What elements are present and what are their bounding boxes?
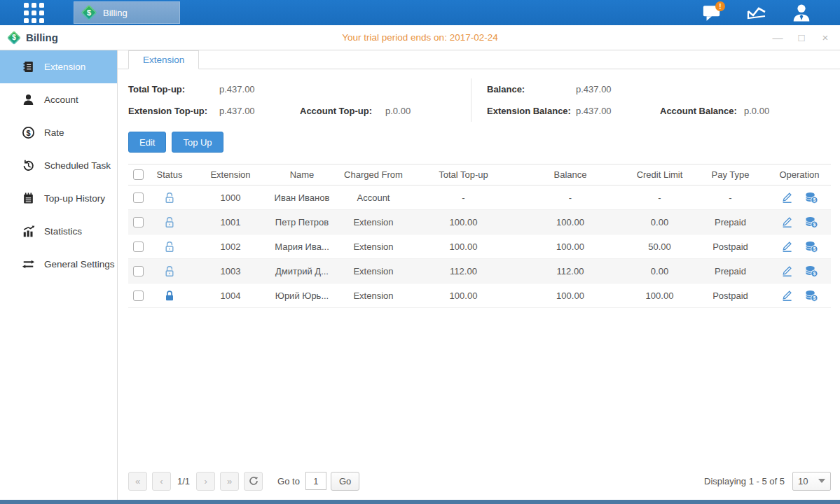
notification-badge: ! [715,1,725,11]
row-edit-icon[interactable] [780,289,794,302]
lock-open-icon [164,241,175,253]
notifications-icon[interactable]: ! [701,3,722,22]
edit-button[interactable]: Edit [128,132,166,153]
svg-text:$: $ [813,295,815,301]
table-row: 1003 Дмитрий Д... Extension 112.00 112.0… [128,259,831,284]
sidebar-item-label: Top-up History [44,193,105,204]
row-name: Иван Иванов [270,192,334,203]
table-row: 1001 Петр Петров Extension 100.00 100.00… [128,210,831,234]
extension-balance-value: p.437.00 [576,106,660,116]
page-size-select[interactable]: 10 [792,472,831,491]
displaying-text: Displaying 1 - 5 of 5 [704,476,785,486]
next-page-button[interactable]: › [196,472,215,491]
row-topup-icon[interactable]: $ [804,290,818,302]
row-checkbox[interactable] [133,192,144,203]
svg-text:$: $ [813,271,815,276]
goto-page-input[interactable] [305,472,326,490]
user-account-icon[interactable] [791,3,812,22]
stats-panel: Total Top-up: p.437.00 Extension Top-up:… [118,69,840,125]
tab-extension[interactable]: Extension [128,50,199,69]
sidebar-item-label: Scheduled Task [44,160,111,171]
last-page-button[interactable]: » [220,472,239,491]
minimize-button[interactable]: — [771,31,784,43]
topup-history-icon [22,192,35,205]
billing-app-icon: $ [81,5,97,20]
row-checkbox[interactable] [133,217,144,227]
row-credit-limit: 50.00 [626,241,693,252]
sidebar-item-extension[interactable]: Extension [0,50,117,83]
account-topup-value: p.0.00 [385,106,411,116]
row-total-topup: 112.00 [413,266,514,276]
toolbar: Edit Top Up [118,125,840,161]
balance-label: Balance: [487,84,576,94]
sidebar-item-statistics[interactable]: Statistics [0,215,117,248]
col-pay-type: Pay Type [693,169,768,180]
row-charged-from: Extension [334,290,413,301]
row-edit-icon[interactable] [780,191,794,204]
sidebar-item-label: Statistics [44,226,82,237]
row-extension: 1002 [191,241,270,252]
row-topup-icon[interactable]: $ [804,265,818,277]
goto-label: Go to [277,476,300,486]
sidebar-item-label: General Settings [44,259,115,270]
reports-icon[interactable] [746,3,767,22]
table-header: Status Extension Name Charged From Total… [128,164,831,186]
sidebar-item-account[interactable]: Account [0,83,117,116]
row-balance: 112.00 [514,266,626,276]
row-topup-icon[interactable]: $ [804,216,818,228]
close-button[interactable]: × [819,31,832,43]
page-size-value: 10 [798,476,808,486]
row-checkbox[interactable] [133,241,144,252]
go-button[interactable]: Go [331,472,359,491]
row-pay-type: Prepaid [693,266,768,276]
tab-bar: Extension [118,50,840,69]
extension-balance-label: Extension Balance: [487,106,576,116]
sidebar-item-label: Extension [44,62,85,72]
row-topup-icon[interactable]: $ [804,241,818,253]
topup-button[interactable]: Top Up [172,132,223,153]
col-extension: Extension [191,169,270,180]
table-row: 1000 Иван Иванов Account - - - - [128,186,831,210]
trial-notice: Your trial period ends on: 2017-02-24 [0,32,840,43]
sidebar-item-rate[interactable]: $ Rate [0,116,117,149]
row-credit-limit: 100.00 [626,290,693,301]
row-extension: 1004 [191,290,270,301]
row-charged-from: Extension [334,266,413,276]
prev-page-button[interactable]: ‹ [152,472,171,491]
first-page-button[interactable]: « [128,472,147,491]
row-edit-icon[interactable] [780,265,794,277]
col-credit-limit: Credit Limit [626,169,693,180]
table-row: 1004 Юрий Юрь... Extension 100.00 100.00… [128,284,831,308]
row-edit-icon[interactable] [780,216,794,228]
lock-open-icon [164,265,175,277]
row-total-topup: - [413,192,514,203]
line-chart-icon [746,4,767,21]
total-topup-label: Total Top-up: [128,84,219,94]
main-panel: Extension Total Top-up: p.437.00 Extensi… [118,50,840,500]
lock-closed-icon [164,290,175,302]
sidebar-item-scheduled-task[interactable]: Scheduled Task [0,149,117,182]
table-body: 1000 Иван Иванов Account - - - - [128,186,831,308]
taskbar-billing-app[interactable]: $ Billing [74,1,180,24]
sidebar-item-general-settings[interactable]: General Settings [0,248,117,281]
select-all-checkbox[interactable] [133,169,144,180]
row-extension: 1003 [191,266,270,276]
row-total-topup: 100.00 [413,290,514,301]
row-balance: 100.00 [514,241,626,252]
row-checkbox[interactable] [133,266,144,276]
sidebar-item-topup-history[interactable]: Top-up History [0,182,117,215]
sidebar: Extension Account $ Rate Scheduled Task [0,50,118,500]
svg-text:$: $ [26,129,30,137]
maximize-button[interactable]: □ [795,31,808,43]
row-pay-type: Prepaid [693,217,768,227]
row-topup-icon[interactable]: $ [804,192,818,204]
refresh-button[interactable] [244,472,263,491]
row-balance: - [514,192,626,203]
row-name: Юрий Юрь... [270,290,334,301]
account-topup-label: Account Top-up: [300,106,385,116]
row-edit-icon[interactable] [780,240,794,253]
scheduled-task-icon [22,159,35,172]
app-grid-icon[interactable] [24,3,44,23]
row-checkbox[interactable] [133,290,144,301]
balance-value: p.437.00 [576,84,612,94]
